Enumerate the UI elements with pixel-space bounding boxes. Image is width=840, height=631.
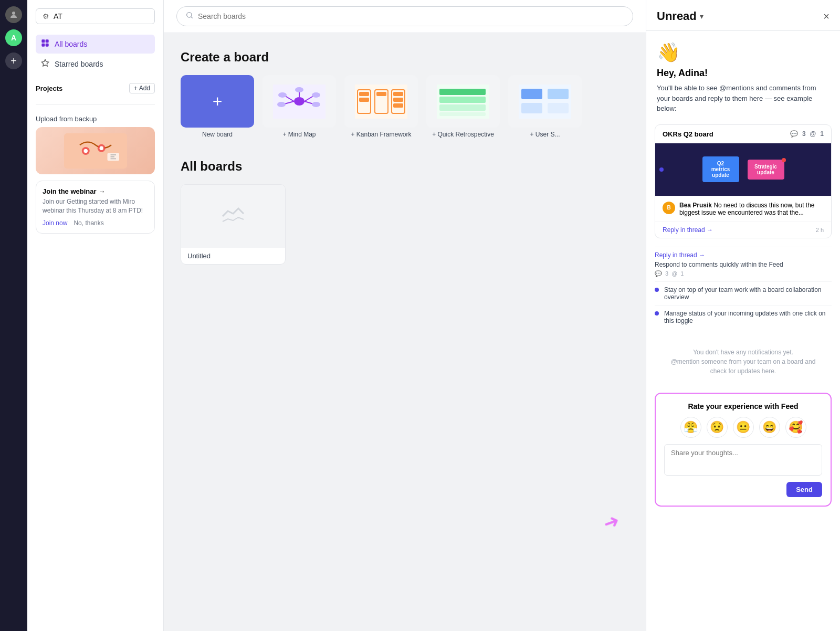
topbar [164, 0, 646, 33]
panel-header: Unread ▾ × [646, 0, 840, 31]
plus-icon: + [213, 92, 223, 111]
feature-meta: 💬 3 @ 1 [655, 270, 832, 277]
feature-item-2: Manage status of your incoming updates w… [655, 305, 832, 329]
feature-comments-count: 3 [665, 270, 668, 277]
sticky-blue-line2: metrics [708, 166, 734, 172]
nav-add-button[interactable]: + [5, 52, 22, 69]
kanban-card[interactable] [344, 75, 418, 128]
upload-card [36, 127, 155, 174]
svg-point-26 [295, 87, 303, 92]
all-boards-label: All boards [55, 40, 87, 48]
mindmap-card[interactable] [262, 75, 336, 128]
gear-icon: ⚙ [43, 12, 49, 20]
feature-dot-1 [655, 288, 659, 292]
no-notif-message: You don't have any notifications yet.@me… [671, 349, 816, 375]
svg-rect-4 [46, 44, 49, 47]
search-box[interactable] [176, 6, 633, 26]
user-avatar[interactable]: A [5, 29, 22, 46]
upload-label: Upload from backup [36, 115, 155, 123]
svg-rect-2 [46, 39, 49, 43]
panel-title: Unread [657, 9, 697, 23]
webinar-links: Join now No, thanks [43, 219, 148, 227]
panel-title-row: Unread ▾ [657, 9, 704, 23]
user-wrapper: + User S... [508, 75, 582, 138]
nav-top-icon[interactable] [5, 6, 22, 23]
svg-rect-29 [359, 92, 369, 96]
user-card[interactable] [508, 75, 582, 128]
board-thumb-image [181, 185, 285, 248]
svg-point-7 [83, 149, 88, 153]
all-boards-title: All boards [181, 159, 629, 174]
greeting-text: Hey, Adina! [657, 68, 830, 79]
sticky-pink: Strategic update [748, 160, 784, 180]
upload-card-image [36, 127, 155, 174]
reply-in-thread-link[interactable]: Reply in thread → [663, 226, 713, 234]
starred-boards-label: Starred boards [55, 60, 103, 68]
svg-point-0 [12, 12, 15, 15]
mindmap-label: + Mind Map [282, 131, 316, 138]
workspace-button[interactable]: ⚙ AT [36, 8, 155, 24]
feature-reply-link[interactable]: Reply in thread → [655, 251, 832, 259]
feature-item-1: Stay on top of your team work with a boa… [655, 281, 832, 305]
emoji-angry[interactable]: 😤 [680, 417, 701, 438]
retro-card[interactable] [426, 75, 500, 128]
webinar-no-thanks-link[interactable]: No, thanks [74, 219, 103, 227]
emoji-neutral[interactable]: 😐 [733, 417, 754, 438]
kanban-label: + Kanban Framework [351, 131, 411, 138]
comment-body: Bea Prusik No need to discuss this now, … [679, 202, 824, 216]
emoji-happy[interactable]: 😄 [759, 417, 780, 438]
commenter-avatar: B [663, 202, 675, 214]
svg-rect-38 [439, 89, 486, 95]
comment-row: B Bea Prusik No need to discuss this now… [655, 196, 831, 222]
svg-rect-44 [548, 89, 569, 99]
kanban-wrapper: + Kanban Framework [344, 75, 418, 138]
send-button[interactable]: Send [786, 482, 822, 497]
feature-comment-icon: 💬 [655, 270, 662, 277]
okr-header: OKRs Q2 board 💬 3 @ 1 [655, 125, 831, 143]
panel-close-button[interactable]: × [823, 10, 830, 23]
sidebar-item-starred-boards[interactable]: Starred boards [36, 55, 155, 73]
projects-label: Projects [36, 85, 62, 92]
svg-point-23 [277, 102, 286, 107]
comment-time: 2 h [816, 227, 824, 233]
search-input[interactable] [198, 12, 624, 20]
sidebar-divider [36, 104, 155, 104]
sidebar: ⚙ AT All boards Starred boards Projects … [27, 0, 164, 631]
svg-point-16 [294, 97, 304, 106]
comments-count: 3 [802, 130, 806, 138]
svg-rect-32 [376, 92, 386, 96]
dropdown-arrow-icon[interactable]: ▾ [700, 12, 704, 20]
sticky-blue: Q2 metrics update [702, 156, 739, 182]
feature-label-0: Respond to comments quickly within the F… [655, 261, 832, 268]
no-notifications-text: You don't have any notifications yet.@me… [646, 337, 840, 386]
workspace-label: AT [54, 12, 62, 20]
webinar-desc: Join our Getting started with Miro webin… [43, 197, 148, 215]
projects-section: Projects + Add [36, 83, 155, 93]
retro-wrapper: + Quick Retrospective [426, 75, 500, 138]
rate-footer: Send [664, 482, 822, 497]
add-project-button[interactable]: + Add [129, 83, 155, 93]
svg-rect-36 [393, 103, 403, 108]
svg-rect-1 [41, 39, 45, 43]
webinar-title: Join the webinar → [43, 187, 148, 195]
create-board-title: Create a board [181, 50, 629, 65]
webinar-join-link[interactable]: Join now [43, 219, 67, 227]
svg-rect-3 [41, 44, 45, 47]
right-panel: Unread ▾ × 👋 Hey, Adina! You'll be able … [646, 0, 840, 631]
board-thumb-untitled[interactable]: Untitled [181, 184, 286, 265]
thoughts-input[interactable] [664, 444, 822, 476]
new-board-card[interactable]: + [181, 75, 254, 128]
svg-rect-40 [439, 104, 486, 111]
feature-item-0: Reply in thread → Respond to comments qu… [655, 247, 832, 281]
all-boards-grid: Untitled [181, 184, 629, 265]
feature-mention-icon: @ [671, 270, 677, 277]
svg-rect-34 [393, 92, 403, 96]
sticky-dot [782, 158, 786, 162]
upload-section: Upload from backup Join the [36, 115, 155, 234]
left-nav: A + [0, 0, 27, 631]
emoji-love[interactable]: 🥰 [785, 417, 806, 438]
emoji-sad[interactable]: 😟 [707, 417, 728, 438]
okr-board-name: OKRs Q2 board [663, 130, 713, 138]
sidebar-item-all-boards[interactable]: All boards [36, 35, 155, 54]
svg-rect-46 [548, 103, 569, 113]
